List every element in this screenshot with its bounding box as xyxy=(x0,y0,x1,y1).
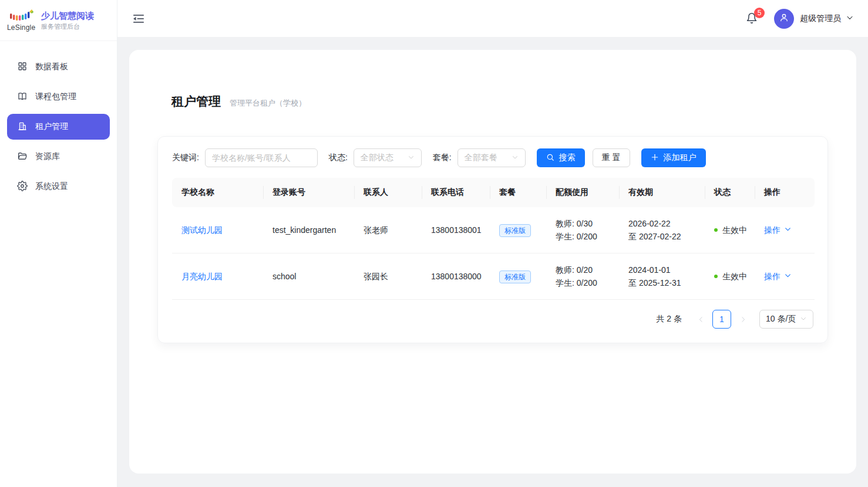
main-area: 5 超级管理员 租户管理 管理平台租户（学校） 关键词: 状态: xyxy=(117,0,868,487)
package-badge: 标准版 xyxy=(499,270,531,283)
sidebar-item-label: 系统设置 xyxy=(35,181,68,192)
pagination-total: 共 2 条 xyxy=(656,314,682,324)
validity-cell: 2026-02-22 至 2027-02-22 xyxy=(619,207,705,253)
plus-icon xyxy=(651,153,664,163)
notification-badge: 5 xyxy=(754,8,765,18)
menu-fold-icon[interactable] xyxy=(133,13,144,25)
building-icon xyxy=(17,121,28,133)
table-row: 月亮幼儿园 school 张园长 13800138000 标准版 教师: 0/2… xyxy=(172,253,815,300)
contact-cell: 张园长 xyxy=(354,253,422,300)
package-label: 套餐: xyxy=(433,153,452,163)
notifications-button[interactable]: 5 xyxy=(746,12,759,25)
user-name[interactable]: 超级管理员 xyxy=(800,13,841,24)
dashboard-icon xyxy=(17,61,28,73)
col-school-name: 学校名称 xyxy=(172,178,263,207)
col-account: 登录账号 xyxy=(263,178,354,207)
keyword-label: 关键词: xyxy=(172,153,199,163)
brand-logo: LeSingle xyxy=(7,9,35,32)
page-subtitle: 管理平台租户（学校） xyxy=(230,98,306,109)
keyword-input[interactable] xyxy=(205,148,318,167)
quota-cell: 教师: 0/20 学生: 0/200 xyxy=(546,253,619,300)
page-header: 租户管理 管理平台租户（学校） xyxy=(171,93,828,110)
package-select-value: 全部套餐 xyxy=(465,153,497,163)
sidebar: LeSingle 少儿智慧阅读 服务管理后台 数据看板 课程包管理 租户管理 xyxy=(0,0,117,487)
package-badge: 标准版 xyxy=(499,224,531,237)
tenant-table: 学校名称 登录账号 联系人 联系电话 套餐 配额使用 有效期 状态 操作 xyxy=(172,178,815,300)
search-button[interactable]: 搜索 xyxy=(537,148,585,167)
status-dot xyxy=(714,275,718,278)
status-select-value: 全部状态 xyxy=(361,153,393,163)
sidebar-item-resources[interactable]: 资源库 xyxy=(7,144,110,170)
page-number-button[interactable]: 1 xyxy=(712,310,731,329)
reset-button[interactable]: 重 置 xyxy=(593,148,630,167)
brand-subtitle: 服务管理后台 xyxy=(41,22,94,31)
sidebar-item-label: 课程包管理 xyxy=(35,92,76,102)
avatar[interactable] xyxy=(774,9,794,29)
brand-logo-text: LeSingle xyxy=(7,23,35,32)
school-name-link[interactable]: 月亮幼儿园 xyxy=(181,272,223,281)
status-dot xyxy=(714,228,718,232)
add-tenant-button[interactable]: 添加租户 xyxy=(641,148,706,167)
tenant-panel: 关键词: 状态: 全部状态 套餐: 全部套餐 搜索 xyxy=(157,136,828,343)
status-cell: 生效中 xyxy=(705,207,755,253)
sidebar-item-course-packages[interactable]: 课程包管理 xyxy=(7,84,110,110)
chevron-down-icon xyxy=(512,153,519,163)
sidebar-item-settings[interactable]: 系统设置 xyxy=(7,174,110,199)
sidebar-menu: 数据看板 课程包管理 租户管理 资源库 系统设置 xyxy=(0,41,117,212)
folder-icon xyxy=(17,151,28,163)
sidebar-item-label: 租户管理 xyxy=(35,121,68,132)
col-validity: 有效期 xyxy=(619,178,705,207)
col-actions: 操作 xyxy=(755,178,815,207)
phone-cell: 13800138000 xyxy=(422,253,490,300)
filter-bar: 关键词: 状态: 全部状态 套餐: 全部套餐 搜索 xyxy=(172,148,813,167)
status-select[interactable]: 全部状态 xyxy=(354,148,422,167)
brand-text: 少儿智慧阅读 服务管理后台 xyxy=(41,10,94,31)
sidebar-item-tenants[interactable]: 租户管理 xyxy=(7,114,110,140)
sidebar-item-label: 资源库 xyxy=(35,151,60,162)
page-size-value: 10 条/页 xyxy=(766,314,796,324)
col-status: 状态 xyxy=(705,178,755,207)
chevron-down-icon xyxy=(784,270,792,283)
account-cell: test_kindergarten xyxy=(263,207,354,253)
brand-area: LeSingle 少儿智慧阅读 服务管理后台 xyxy=(0,0,117,41)
contact-cell: 张老师 xyxy=(354,207,422,253)
row-actions-dropdown[interactable]: 操作 xyxy=(764,224,805,236)
pagination: 共 2 条 1 10 条/页 xyxy=(172,310,813,329)
book-icon xyxy=(17,91,28,103)
table-row: 测试幼儿园 test_kindergarten 张老师 13800138001 … xyxy=(172,207,815,253)
page-title: 租户管理 xyxy=(171,93,221,110)
next-page-icon[interactable] xyxy=(735,310,751,329)
search-icon xyxy=(546,153,559,163)
status-badge: 生效中 xyxy=(722,272,747,281)
row-actions-dropdown[interactable]: 操作 xyxy=(764,270,805,283)
chevron-down-icon[interactable] xyxy=(846,13,854,24)
chevron-down-icon xyxy=(784,224,792,236)
chevron-down-icon xyxy=(800,314,807,324)
account-cell: school xyxy=(263,253,354,300)
package-select[interactable]: 全部套餐 xyxy=(457,148,526,167)
topbar: 5 超级管理员 xyxy=(117,0,868,38)
phone-cell: 13800138001 xyxy=(422,207,490,253)
status-label: 状态: xyxy=(329,153,348,163)
page-card: 租户管理 管理平台租户（学校） 关键词: 状态: 全部状态 套餐: 全部套餐 xyxy=(129,50,856,474)
user-avatar-icon xyxy=(779,12,789,25)
chevron-down-icon xyxy=(408,153,415,163)
col-contact: 联系人 xyxy=(354,178,422,207)
sidebar-item-label: 数据看板 xyxy=(35,62,68,72)
brand-title: 少儿智慧阅读 xyxy=(41,10,94,21)
content-area: 租户管理 管理平台租户（学校） 关键词: 状态: 全部状态 套餐: 全部套餐 xyxy=(117,38,868,487)
gear-icon xyxy=(17,181,28,193)
validity-cell: 2024-01-01 至 2025-12-31 xyxy=(619,253,705,300)
brand-logo-icon xyxy=(8,9,34,22)
col-package: 套餐 xyxy=(490,178,546,207)
school-name-link[interactable]: 测试幼儿园 xyxy=(181,225,223,235)
page-size-select[interactable]: 10 条/页 xyxy=(759,310,813,329)
sidebar-item-dashboard[interactable]: 数据看板 xyxy=(7,54,110,80)
quota-cell: 教师: 0/30 学生: 0/200 xyxy=(546,207,619,253)
table-header-row: 学校名称 登录账号 联系人 联系电话 套餐 配额使用 有效期 状态 操作 xyxy=(172,178,815,207)
status-cell: 生效中 xyxy=(705,253,755,300)
col-phone: 联系电话 xyxy=(422,178,490,207)
status-badge: 生效中 xyxy=(722,225,747,235)
prev-page-icon[interactable] xyxy=(692,310,709,329)
col-quota: 配额使用 xyxy=(546,178,619,207)
